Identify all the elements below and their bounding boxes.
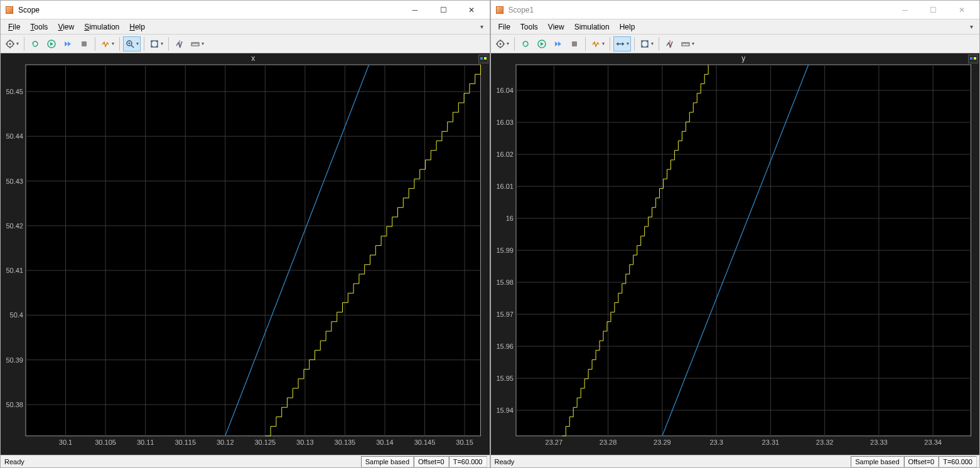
svg-point-1 <box>9 43 11 45</box>
svg-marker-8 <box>50 42 53 46</box>
svg-text:16.01: 16.01 <box>496 183 514 190</box>
run-button[interactable] <box>534 36 549 51</box>
svg-marker-78 <box>617 42 618 46</box>
menu-tools[interactable]: Tools <box>515 21 543 33</box>
status-offset: Offset=0 <box>414 456 449 467</box>
trigger-button[interactable] <box>589 36 606 51</box>
zoom-x-button[interactable] <box>613 36 631 51</box>
stop-button[interactable] <box>567 36 582 51</box>
toolbar-overflow-icon[interactable]: ▾ <box>477 22 487 31</box>
legend-toggle-icon[interactable] <box>968 55 978 63</box>
run-button[interactable] <box>44 36 59 51</box>
trigger-button[interactable] <box>99 36 116 51</box>
restart-button[interactable] <box>28 36 43 51</box>
status-offset: Offset=0 <box>904 456 939 467</box>
close-button[interactable]: ✕ <box>458 1 486 19</box>
menubar: File Tools View Simulation Help ▾ <box>491 19 980 35</box>
toolbar-overflow-icon[interactable]: ▾ <box>966 22 977 31</box>
scope-window-right: Scope1 ─ ☐ ✕ File Tools View Simulation … <box>490 0 981 468</box>
configure-button[interactable] <box>493 36 511 51</box>
svg-text:30.135: 30.135 <box>335 439 356 446</box>
svg-text:y: y <box>741 54 745 63</box>
svg-text:16: 16 <box>505 215 513 222</box>
measurements-button[interactable] <box>188 36 206 51</box>
close-button[interactable]: ✕ <box>947 1 976 19</box>
zoom-button[interactable] <box>123 36 141 51</box>
svg-text:23.28: 23.28 <box>599 439 617 446</box>
menu-simulation[interactable]: Simulation <box>569 21 615 33</box>
svg-rect-76 <box>572 41 577 46</box>
svg-text:50.4: 50.4 <box>10 311 23 319</box>
svg-text:50.44: 50.44 <box>6 132 23 140</box>
status-mode: Sample based <box>361 456 414 467</box>
svg-text:23.27: 23.27 <box>545 439 563 446</box>
window-controls: ─ ☐ ✕ <box>891 1 976 19</box>
svg-text:30.14: 30.14 <box>376 439 394 446</box>
toolbar <box>1 35 490 53</box>
minimize-button[interactable]: ─ <box>891 1 919 19</box>
statusbar: Ready Sample based Offset=0 T=60.000 <box>1 455 490 467</box>
svg-text:23.34: 23.34 <box>924 439 942 446</box>
scope-window-left: Scope ─ ☐ ✕ File Tools View Simulation H… <box>0 0 490 468</box>
menu-file[interactable]: File <box>493 21 515 33</box>
svg-text:16.04: 16.04 <box>496 87 514 94</box>
menu-file[interactable]: File <box>3 21 25 33</box>
restart-button[interactable] <box>518 36 533 51</box>
svg-marker-75 <box>558 41 561 46</box>
svg-text:23.29: 23.29 <box>654 439 671 446</box>
titlebar[interactable]: Scope ─ ☐ ✕ <box>1 1 490 19</box>
menu-simulation[interactable]: Simulation <box>79 21 124 33</box>
svg-marker-10 <box>68 41 71 46</box>
svg-text:15.96: 15.96 <box>496 343 514 350</box>
svg-text:15.98: 15.98 <box>496 279 514 286</box>
toolbar <box>491 35 980 53</box>
plot-area[interactable]: 23.2723.2823.2923.323.3123.3223.3323.341… <box>491 53 980 455</box>
svg-text:x: x <box>251 54 255 63</box>
svg-text:23.31: 23.31 <box>762 439 779 446</box>
svg-text:16.02: 16.02 <box>496 151 514 158</box>
legend-toggle-icon[interactable] <box>478 55 488 63</box>
status-time: T=60.000 <box>939 456 977 467</box>
step-forward-button[interactable] <box>551 36 566 51</box>
menu-help[interactable]: Help <box>124 21 150 33</box>
app-icon <box>4 5 14 15</box>
status-time: T=60.000 <box>449 456 487 467</box>
svg-text:15.94: 15.94 <box>496 407 514 414</box>
svg-text:50.43: 50.43 <box>6 178 23 185</box>
stop-button[interactable] <box>77 36 92 51</box>
autoscale-button[interactable] <box>148 36 165 51</box>
menu-view[interactable]: View <box>543 21 569 33</box>
plot-area[interactable]: 30.130.10530.1130.11530.1230.12530.1330.… <box>1 53 490 455</box>
menu-help[interactable]: Help <box>615 21 640 33</box>
svg-text:30.1: 30.1 <box>59 439 72 446</box>
cursor-button[interactable] <box>662 36 677 51</box>
configure-button[interactable] <box>3 36 21 51</box>
svg-text:30.15: 30.15 <box>456 439 473 446</box>
svg-point-66 <box>499 43 501 45</box>
svg-text:50.42: 50.42 <box>6 222 23 230</box>
menu-tools[interactable]: Tools <box>25 21 53 33</box>
plot-svg-left: 30.130.10530.1130.11530.1230.12530.1330.… <box>1 53 490 455</box>
menubar: File Tools View Simulation Help ▾ <box>1 19 490 35</box>
svg-text:30.11: 30.11 <box>137 439 154 446</box>
svg-text:30.125: 30.125 <box>255 439 276 446</box>
titlebar[interactable]: Scope1 ─ ☐ ✕ <box>491 1 980 19</box>
svg-text:50.45: 50.45 <box>6 88 23 95</box>
maximize-button[interactable]: ☐ <box>429 1 458 19</box>
svg-text:30.115: 30.115 <box>175 439 196 446</box>
minimize-button[interactable]: ─ <box>401 1 429 19</box>
measurements-button[interactable] <box>679 36 696 51</box>
autoscale-button[interactable] <box>638 36 655 51</box>
svg-text:30.145: 30.145 <box>414 439 436 446</box>
svg-rect-11 <box>82 41 87 46</box>
svg-text:23.32: 23.32 <box>816 439 833 446</box>
cursor-button[interactable] <box>172 36 187 51</box>
svg-text:15.99: 15.99 <box>496 247 514 254</box>
menu-view[interactable]: View <box>53 21 79 33</box>
svg-text:15.95: 15.95 <box>496 375 514 382</box>
step-forward-button[interactable] <box>60 36 75 51</box>
svg-text:23.33: 23.33 <box>870 439 888 446</box>
svg-text:50.39: 50.39 <box>6 356 23 364</box>
maximize-button[interactable]: ☐ <box>919 1 947 19</box>
window-title: Scope <box>18 6 40 14</box>
